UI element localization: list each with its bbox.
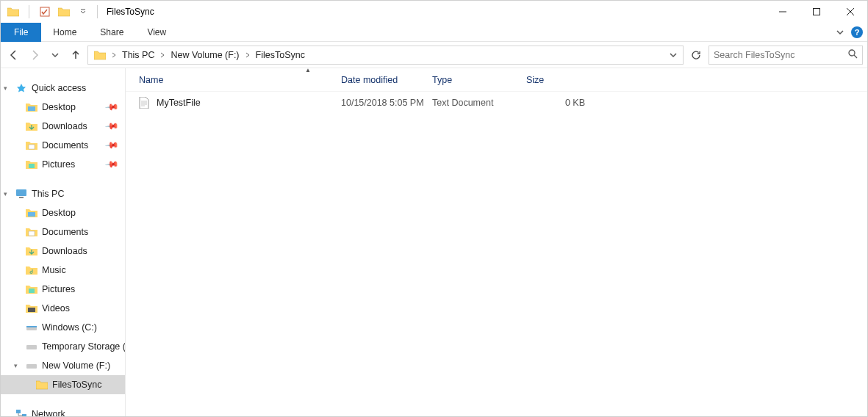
nav-label: This PC [32, 189, 64, 199]
nav-item-videos[interactable]: Videos [1, 299, 125, 318]
chevron-down-icon[interactable]: ▾ [4, 190, 12, 197]
chevron-down-icon[interactable]: ▾ [4, 84, 12, 92]
folder-icon [26, 245, 37, 257]
column-header-name[interactable]: Name ▲ [139, 68, 341, 91]
chevron-right-icon[interactable] [157, 52, 168, 58]
svg-rect-6 [16, 189, 26, 196]
search-box[interactable] [709, 46, 863, 65]
pin-icon: 📌 [104, 100, 119, 115]
tab-view[interactable]: View [135, 23, 178, 42]
tab-home[interactable]: Home [41, 23, 88, 42]
nav-item-documents[interactable]: Documents 📌 [1, 136, 125, 155]
pin-icon: 📌 [104, 138, 119, 153]
nav-label: Pictures [42, 284, 75, 294]
nav-quick-access[interactable]: ▾ Quick access [1, 79, 125, 98]
svg-rect-13 [26, 326, 37, 327]
nav-item-documents[interactable]: Documents [1, 222, 125, 242]
nav-label: FilesToSync [52, 380, 101, 390]
separator [29, 5, 29, 18]
nav-item-desktop[interactable]: Desktop 📌 [1, 98, 125, 117]
nav-label: Documents [42, 140, 88, 151]
computer-icon [15, 188, 27, 200]
nav-item-drive-c[interactable]: Windows (C:) [1, 318, 125, 337]
folder-icon [26, 226, 37, 238]
breadcrumb-root-icon[interactable] [91, 46, 109, 64]
nav-item-filestosync[interactable]: FilesToSync [1, 375, 125, 394]
nav-item-pictures[interactable]: Pictures [1, 280, 125, 299]
breadcrumb-segment[interactable]: This PC [119, 46, 157, 64]
window-title: FilesToSync [107, 7, 154, 17]
folder-icon [26, 120, 37, 132]
search-input[interactable] [714, 50, 848, 60]
svg-rect-7 [19, 197, 24, 198]
nav-label: Music [42, 265, 66, 275]
svg-rect-16 [16, 410, 21, 413]
svg-rect-1 [814, 9, 820, 15]
column-header-type[interactable]: Type [432, 68, 526, 91]
nav-label: Pictures [42, 159, 75, 170]
star-icon [15, 82, 27, 94]
title-bar: FilesToSync [1, 1, 867, 23]
column-header-date[interactable]: Date modified [341, 68, 432, 91]
up-button[interactable] [67, 46, 85, 64]
nav-item-pictures[interactable]: Pictures 📌 [1, 155, 125, 174]
app-icon[interactable] [5, 4, 21, 20]
svg-rect-8 [28, 212, 35, 217]
ribbon-expand-icon[interactable] [832, 24, 848, 40]
qat-dropdown-icon[interactable] [75, 4, 91, 20]
ribbon-tabs: File Home Share View ? [1, 23, 867, 42]
file-row[interactable]: MyTestFile 10/15/2018 5:05 PM Text Docum… [126, 92, 867, 114]
folder-icon [26, 283, 37, 295]
network-icon [15, 408, 27, 416]
recent-locations-icon[interactable] [46, 46, 64, 64]
file-list-pane: Name ▲ Date modified Type Size MyTestFil… [126, 68, 867, 416]
file-name: MyTestFile [157, 98, 341, 108]
svg-rect-15 [26, 364, 37, 369]
file-date: 10/15/2018 5:05 PM [341, 98, 432, 108]
sort-indicator-icon: ▲ [305, 67, 311, 73]
chevron-right-icon[interactable] [243, 52, 253, 58]
drive-icon [26, 322, 37, 333]
nav-network[interactable]: Network [1, 405, 125, 416]
column-header-size[interactable]: Size [526, 68, 585, 91]
tab-file[interactable]: File [1, 23, 41, 42]
folder-icon [26, 139, 37, 151]
breadcrumb-segment[interactable]: New Volume (F:) [168, 46, 242, 64]
nav-label: New Volume (F:) [42, 360, 110, 371]
nav-label: Temporary Storage ( [42, 341, 126, 352]
nav-this-pc[interactable]: ▾ This PC [1, 184, 125, 203]
svg-rect-14 [26, 345, 37, 349]
maximize-button[interactable] [800, 1, 833, 23]
chevron-right-icon[interactable] [109, 52, 119, 58]
nav-item-downloads[interactable]: Downloads 📌 [1, 117, 125, 136]
forward-button[interactable] [26, 46, 43, 64]
separator [97, 5, 98, 18]
breadcrumb-segment[interactable]: FilesToSync [253, 46, 308, 64]
back-button[interactable] [5, 46, 23, 64]
close-button[interactable] [833, 1, 867, 23]
nav-item-music[interactable]: Music [1, 261, 125, 280]
navigation-pane: ▾ Quick access Desktop 📌 Downloads 📌 Doc… [1, 68, 126, 416]
column-headers: Name ▲ Date modified Type Size [126, 68, 867, 92]
minimize-button[interactable] [766, 1, 800, 23]
chevron-down-icon[interactable]: ▾ [14, 362, 23, 369]
search-icon[interactable] [848, 48, 858, 62]
nav-label: Videos [42, 303, 70, 313]
nav-item-desktop[interactable]: Desktop [1, 203, 125, 222]
new-folder-icon[interactable] [56, 4, 72, 20]
nav-item-drive-temp[interactable]: Temporary Storage ( [1, 337, 125, 356]
folder-icon [26, 302, 37, 314]
breadcrumb[interactable]: This PC New Volume (F:) FilesToSync [87, 46, 684, 65]
refresh-button[interactable] [686, 46, 706, 65]
properties-icon[interactable] [37, 4, 53, 20]
folder-icon [26, 264, 37, 276]
address-dropdown-icon[interactable] [667, 51, 680, 59]
tab-share[interactable]: Share [88, 23, 135, 42]
nav-label: Windows (C:) [42, 322, 97, 333]
pin-icon: 📌 [104, 157, 119, 172]
svg-rect-4 [29, 145, 35, 149]
nav-item-drive-f[interactable]: ▾ New Volume (F:) [1, 356, 125, 375]
help-icon[interactable]: ? [851, 26, 863, 38]
folder-icon [26, 159, 37, 170]
nav-item-downloads[interactable]: Downloads [1, 242, 125, 261]
